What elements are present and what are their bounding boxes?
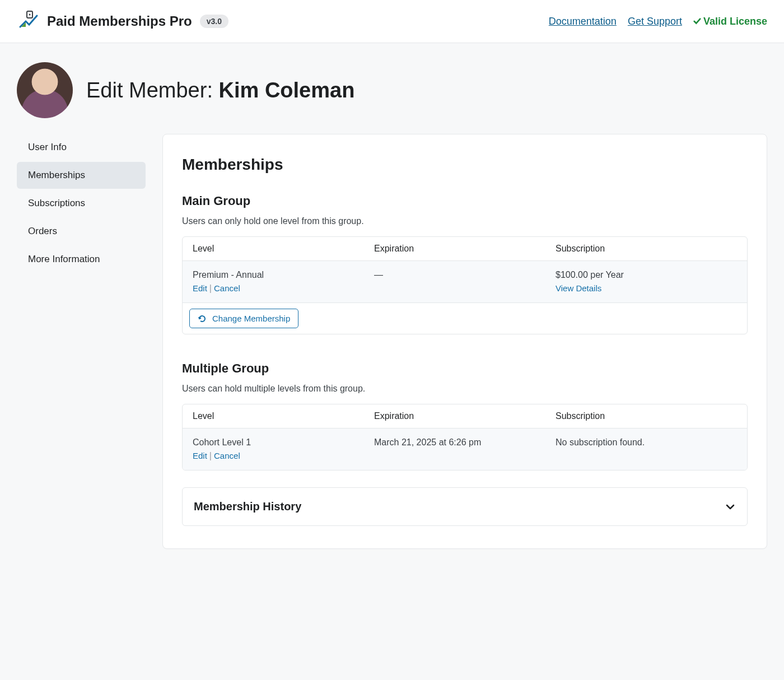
row-actions: Edit|Cancel [193,283,374,294]
expiration-value: — [374,270,556,280]
level-table: Level Expiration Subscription Premium - … [182,236,748,334]
main-panel: Memberships Main Group Users can only ho… [162,134,767,549]
layout: User Info Memberships Subscriptions Orde… [0,134,784,577]
col-level: Level [193,411,374,421]
sidebar-item-subscriptions[interactable]: Subscriptions [17,190,146,217]
documentation-link[interactable]: Documentation [549,16,617,27]
page-header: Edit Member: Kim Coleman [0,43,784,134]
col-subscription: Subscription [556,411,737,421]
top-links: Documentation Get Support Valid License [549,16,767,27]
edit-link[interactable]: Edit [193,451,207,460]
cancel-link[interactable]: Cancel [214,451,240,460]
subscription-none: No subscription found. [556,437,737,448]
brand: Paid Memberships Pro v3.0 [17,10,228,32]
rotate-icon [198,314,207,323]
table-row: Premium - Annual Edit|Cancel — $100.00 p… [183,261,747,303]
expiration-value: March 21, 2025 at 6:26 pm [374,437,556,448]
view-details-link[interactable]: View Details [556,283,601,293]
row-actions: Edit|Cancel [193,451,374,461]
level-table: Level Expiration Subscription Cohort Lev… [182,404,748,471]
group-desc: Users can only hold one level from this … [182,216,748,226]
table-footer: Change Membership [183,303,747,334]
sidebar: User Info Memberships Subscriptions Orde… [17,134,146,274]
col-expiration: Expiration [374,244,556,254]
group-multiple: Multiple Group Users can hold multiple l… [182,361,748,471]
chevron-down-icon [725,501,736,513]
col-level: Level [193,244,374,254]
col-subscription: Subscription [556,244,737,254]
cancel-link[interactable]: Cancel [214,283,240,293]
group-title: Multiple Group [182,361,748,376]
subscription-price: $100.00 per Year [556,270,737,280]
sidebar-item-more-info[interactable]: More Information [17,246,146,273]
level-name: Cohort Level 1 [193,437,374,448]
change-membership-button[interactable]: Change Membership [189,309,298,328]
group-main: Main Group Users can only hold one level… [182,194,748,334]
history-title: Membership History [194,500,301,513]
level-name: Premium - Annual [193,270,374,280]
app-name: Paid Memberships Pro [47,13,192,29]
membership-history-toggle[interactable]: Membership History [182,487,748,526]
table-header: Level Expiration Subscription [183,237,747,261]
check-icon [693,17,701,25]
version-badge: v3.0 [200,15,228,28]
table-header: Level Expiration Subscription [183,404,747,429]
svg-point-1 [29,14,31,16]
group-desc: Users can hold multiple levels from this… [182,384,748,394]
sidebar-item-orders[interactable]: Orders [17,218,146,245]
panel-title: Memberships [182,156,748,174]
support-link[interactable]: Get Support [628,16,682,27]
table-row: Cohort Level 1 Edit|Cancel March 21, 202… [183,429,747,470]
col-expiration: Expiration [374,411,556,421]
group-title: Main Group [182,194,748,208]
topbar: Paid Memberships Pro v3.0 Documentation … [0,0,784,43]
sidebar-item-memberships[interactable]: Memberships [17,162,146,189]
avatar [17,62,73,118]
sidebar-item-user-info[interactable]: User Info [17,134,146,161]
license-status: Valid License [693,16,767,27]
page-title: Edit Member: Kim Coleman [86,78,354,103]
edit-link[interactable]: Edit [193,283,207,293]
app-logo-icon [17,10,39,32]
